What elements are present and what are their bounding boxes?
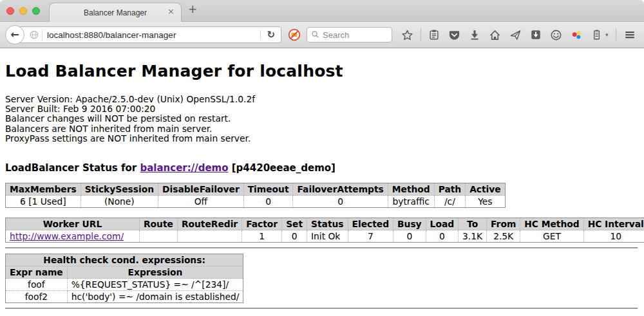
downloadhelper-dots-icon[interactable] — [571, 29, 583, 41]
col-factor: Factor — [242, 218, 282, 230]
col-stickysession: StickySession — [80, 183, 158, 196]
col-timeout: Timeout — [243, 183, 293, 196]
cell-set: 0 — [282, 230, 307, 243]
table-row: foof %{REQUEST_STATUS} =~ /^[234]/ — [6, 279, 243, 291]
search-bar[interactable]: Search — [307, 27, 392, 42]
table-caption-row: Health check cond. expressions: — [6, 254, 243, 266]
table-header-row: Worker URL Route RouteRedir Factor Set S… — [6, 218, 644, 230]
col-disablefailover: DisableFailover — [158, 183, 244, 196]
col-method: Method — [388, 183, 434, 196]
server-built-line: Server Built: Feb 9 2016 07:00:20 — [5, 104, 638, 114]
overflow-caret-icon[interactable]: ▾ — [605, 32, 609, 38]
cell-factor: 1 — [242, 230, 282, 243]
cell-method: bytraffic — [388, 196, 434, 208]
table-row: http://www.example.com/ 1 0 Init Ok 7 0 … — [6, 230, 644, 243]
cell-route — [140, 230, 178, 243]
cell-expr-name: foof2 — [6, 291, 68, 303]
pocket-icon[interactable] — [448, 29, 460, 41]
cell-active: Yes — [466, 196, 506, 208]
cell-disablefailover: Off — [158, 196, 244, 208]
cell-from: 2.5K — [487, 230, 520, 243]
col-load: Load — [426, 218, 458, 230]
col-from: From — [487, 218, 520, 230]
minimize-window-button[interactable] — [19, 7, 27, 15]
cell-busy: 0 — [393, 230, 426, 243]
server-version-line: Server Version: Apache/2.5.0-dev (Unix) … — [5, 95, 638, 104]
proxypass-note-line: ProxyPass settings are NOT inherited fro… — [5, 134, 638, 144]
plugin-blocked-icon[interactable] — [288, 28, 301, 41]
cell-expression: hc('body') =~ /domain is established/ — [67, 291, 243, 303]
reading-list-icon[interactable] — [428, 29, 440, 41]
tab-close-icon[interactable]: × — [167, 7, 175, 15]
health-table-caption: Health check cond. expressions: — [6, 254, 243, 266]
cell-failoverattempts: 0 — [293, 196, 388, 208]
home-icon[interactable] — [489, 29, 501, 41]
menu-hamburger-icon[interactable] — [623, 29, 636, 41]
col-to: To — [459, 218, 487, 230]
download-icon[interactable] — [469, 29, 480, 41]
window-controls — [6, 7, 40, 15]
page-title: Load Balancer Manager for localhost — [5, 62, 638, 80]
cell-stickysession: (None) — [80, 196, 158, 208]
search-icon — [311, 29, 319, 41]
balancers-note-line: Balancers are NOT inherited from main se… — [5, 124, 638, 134]
search-placeholder: Search — [323, 30, 349, 40]
col-maxmembers: MaxMembers — [6, 183, 81, 196]
balancer-settings-table: MaxMembers StickySession DisableFailover… — [5, 183, 506, 208]
col-set: Set — [282, 218, 307, 230]
cell-elected: 7 — [348, 230, 393, 243]
cell-expression: %{REQUEST_STATUS} =~ /^[234]/ — [67, 279, 243, 291]
cell-load: 0 — [426, 230, 458, 243]
col-failoverattempts: FailoverAttempts — [293, 183, 388, 196]
worker-url-link[interactable]: http://www.example.com/ — [10, 231, 124, 241]
col-busy: Busy — [393, 218, 426, 230]
cell-path: /c/ — [434, 196, 465, 208]
cell-hc-method: GET — [520, 230, 583, 243]
col-expr-name: Expr name — [6, 266, 68, 279]
cell-expr-name: foof — [6, 279, 68, 291]
navigation-toolbar: ← localhost:8880/balancer-manager ↻ Sear… — [0, 21, 644, 48]
cell-worker-url: http://www.example.com/ — [6, 230, 140, 243]
bottom-divider — [5, 308, 638, 309]
table-header-row: Expr name Expression — [6, 266, 243, 279]
reload-button[interactable]: ↻ — [260, 30, 281, 40]
col-route: Route — [140, 218, 178, 230]
cell-status: Init Ok — [307, 230, 348, 243]
back-button[interactable]: ← — [5, 25, 24, 44]
toolbar-buttons: ▾ — [401, 28, 644, 41]
heading-suffix: [p4420eeae_demo] — [229, 162, 336, 174]
table-row: foof2 hc('body') =~ /domain is establish… — [6, 291, 243, 303]
battery-extension-icon[interactable] — [591, 29, 602, 41]
cell-timeout: 0 — [243, 196, 293, 208]
health-check-table: Health check cond. expressions: Expr nam… — [5, 254, 243, 303]
cell-maxmembers: 6 [1 Used] — [6, 196, 81, 208]
tab-balancer-manager[interactable]: Balancer Manager × — [49, 3, 182, 22]
url-divider — [42, 29, 43, 41]
heading-prefix: LoadBalancer Status for — [5, 162, 140, 174]
smiley-icon[interactable] — [550, 29, 562, 41]
toolbar-separator — [421, 28, 421, 41]
toolbar-separator — [616, 28, 616, 41]
table-row: 6 [1 Used] (None) Off 0 0 bytraffic /c/ … — [6, 196, 506, 208]
col-hc-interval: HC Interval — [583, 218, 644, 230]
new-tab-button[interactable]: + — [188, 4, 197, 15]
tab-title: Balancer Manager — [84, 8, 147, 17]
back-arrow-icon: ← — [10, 30, 19, 40]
col-path: Path — [434, 183, 465, 196]
worker-status-table: Worker URL Route RouteRedir Factor Set S… — [5, 218, 644, 243]
col-hc-method: HC Method — [520, 218, 583, 230]
url-text[interactable]: localhost:8880/balancer-manager — [47, 30, 260, 40]
bookmark-star-icon[interactable] — [401, 29, 413, 41]
col-worker-url: Worker URL — [6, 218, 140, 230]
tab-bar: Balancer Manager × + — [0, 0, 644, 21]
extension-download-panel-icon[interactable] — [530, 29, 542, 41]
col-expression: Expression — [67, 266, 243, 279]
close-window-button[interactable] — [6, 7, 14, 15]
url-bar[interactable]: localhost:8880/balancer-manager ↻ — [14, 26, 281, 43]
globe-icon — [29, 30, 39, 40]
section-divider — [5, 247, 638, 248]
zoom-window-button[interactable] — [32, 7, 40, 15]
send-plane-icon[interactable] — [509, 29, 522, 41]
col-status: Status — [307, 218, 348, 230]
balancer-demo-link[interactable]: balancer://demo — [140, 162, 228, 174]
